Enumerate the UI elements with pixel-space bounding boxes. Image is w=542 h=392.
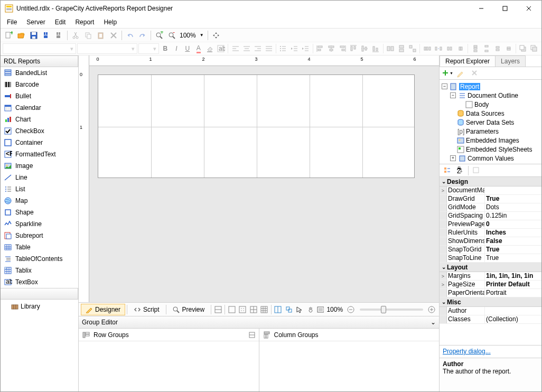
property-dialog-link[interactable]: Property dialog... (443, 348, 491, 355)
maximize-button[interactable] (493, 1, 517, 16)
prop-row-snaptoline[interactable]: SnapToLineTrue (440, 254, 541, 263)
preview-tab[interactable]: Preview (167, 304, 209, 315)
toolbox-item-subreport[interactable]: Subreport (1, 230, 78, 241)
prop-category[interactable]: ⌄Layout (440, 263, 541, 272)
tree-node-report[interactable]: −Report (442, 82, 539, 91)
prop-row-snaptogrid[interactable]: SnapToGridTrue (440, 246, 541, 254)
toolbox-item-tableofcontents[interactable]: TableOfContents (1, 253, 78, 265)
bold-button[interactable]: B (160, 43, 170, 54)
prop-row-gridmode[interactable]: GridModeDots (440, 203, 541, 212)
dimensions-button[interactable] (213, 304, 223, 315)
pan-mode-button[interactable] (305, 304, 315, 315)
toolbox-item-tablix[interactable]: Tablix (1, 265, 78, 276)
toolbox-item-map[interactable]: Map (1, 195, 78, 207)
inc-h-button[interactable] (433, 43, 443, 54)
paste-button[interactable] (95, 30, 107, 41)
align-bottoms-button[interactable] (371, 43, 381, 54)
open-button[interactable] (15, 30, 27, 41)
underline-button[interactable]: U (182, 43, 192, 54)
prop-row-pagesize[interactable]: >PageSizePrinter Default (440, 281, 541, 289)
align-justify-button[interactable] (264, 43, 274, 54)
prop-row-rulerunits[interactable]: RulerUnitsInches (440, 229, 541, 237)
prop-row-paperorientation[interactable]: PaperOrientationPortrait (440, 289, 541, 297)
tree-node-body[interactable]: Body (442, 100, 539, 109)
grid-dense-button[interactable] (259, 304, 269, 315)
dec-h-button[interactable] (444, 43, 454, 54)
categorized-button[interactable] (442, 165, 453, 176)
same-size-button[interactable] (407, 43, 417, 54)
menu-help[interactable]: Help (104, 18, 117, 26)
italic-button[interactable]: I (171, 43, 181, 54)
alphabetical-button[interactable]: AZ (454, 165, 466, 176)
send-back-button[interactable] (529, 43, 539, 54)
space-v-button[interactable] (470, 43, 480, 54)
edit-item-button[interactable] (455, 68, 467, 79)
prop-row-previewpages[interactable]: PreviewPages0 (440, 220, 541, 229)
toolbox-item-bandedlist[interactable]: BandedList (1, 67, 78, 79)
align-middles-button[interactable] (360, 43, 370, 54)
prop-row-author[interactable]: Author (440, 307, 541, 315)
toolbox-item-textbox[interactable]: abTextBox (1, 276, 78, 288)
zoom-slider[interactable] (360, 309, 423, 311)
toolbox-item-image[interactable]: Image (1, 160, 78, 172)
cut-button[interactable] (70, 30, 81, 41)
style-combo[interactable]: ▾ (3, 43, 76, 54)
tree-node-datasources[interactable]: Data Sources (442, 109, 539, 118)
fill-color-button[interactable] (204, 43, 214, 54)
dec-v-button[interactable] (492, 43, 502, 54)
align-right-button[interactable] (253, 43, 263, 54)
zoom-in-small-button[interactable] (427, 304, 437, 315)
charmap-button[interactable]: ab (216, 43, 226, 54)
zoom-value[interactable]: 100% (179, 32, 197, 39)
script-tab[interactable]: Script (129, 304, 164, 315)
report-explorer-tab[interactable]: Report Explorer (440, 55, 496, 67)
prop-category[interactable]: ⌄Design (440, 177, 541, 186)
rem-h-button[interactable] (455, 43, 465, 54)
toolbox-item-sparkline[interactable]: Sparkline (1, 218, 78, 230)
design-surface[interactable] (89, 66, 439, 302)
toolbox-item-formattedtext[interactable]: <F>FormattedText (1, 148, 78, 160)
align-tops-button[interactable] (349, 43, 359, 54)
grid-none-button[interactable] (227, 304, 237, 315)
menu-report[interactable]: Report (75, 18, 94, 26)
toolbox-item-bullet[interactable]: Bullet (1, 90, 78, 102)
toolbox-item-checkbox[interactable]: CheckBox (1, 125, 78, 137)
delete-item-button[interactable] (469, 68, 481, 79)
tree-node-serverdatasets[interactable]: Server Data Sets (442, 118, 539, 127)
toolbox-item-calendar[interactable]: Calendar (1, 102, 78, 114)
designer-tab[interactable]: Designer (81, 304, 125, 315)
same-height-button[interactable] (396, 43, 406, 54)
zoom-dropdown-icon[interactable]: ▼ (198, 33, 205, 38)
add-item-button[interactable]: ▼ (442, 68, 453, 79)
align-left-button[interactable] (230, 43, 240, 54)
prop-row-margins[interactable]: >Margins1in, 1in, 1in, 1in (440, 272, 541, 281)
toolbox-item-table[interactable]: Table (1, 241, 78, 253)
prop-row-showdimensions[interactable]: ShowDimensionsFalse (440, 237, 541, 246)
toolbox-item-container[interactable]: Container (1, 137, 78, 148)
zoom-out-small-button[interactable] (345, 304, 356, 315)
menu-edit[interactable]: Edit (55, 18, 66, 26)
prop-row-documentmap[interactable]: >DocumentMap (440, 186, 541, 195)
pan-button[interactable] (210, 30, 222, 41)
tree-node-parameters[interactable]: [p]Parameters (442, 127, 539, 136)
prop-category[interactable]: ⌄Misc (440, 297, 541, 307)
rem-v-button[interactable] (503, 43, 513, 54)
select-mode-button[interactable] (295, 304, 305, 315)
space-h-button[interactable] (422, 43, 432, 54)
close-button[interactable] (517, 1, 540, 16)
toolbox-item-shape[interactable]: Shape (1, 207, 78, 218)
toolbox-item-list[interactable]: List (1, 183, 78, 195)
bring-front-button[interactable] (518, 43, 528, 54)
row-groups-toggle-icon[interactable] (248, 331, 256, 339)
prop-row-drawgrid[interactable]: DrawGridTrue (440, 195, 541, 203)
zoom-fit-icon[interactable] (316, 305, 324, 314)
tree-node-images[interactable]: Embedded Images (442, 136, 539, 145)
prop-row-classes[interactable]: Classes(Collection) (440, 315, 541, 324)
bullets-button[interactable] (278, 43, 288, 54)
layers-tab[interactable]: Layers (495, 55, 526, 67)
tree-node-outline[interactable]: −Document Outline (442, 91, 539, 100)
font-color-button[interactable]: A (193, 43, 203, 54)
report-page[interactable] (98, 74, 415, 178)
tree-node-common[interactable]: +Common Values (442, 154, 539, 163)
toolbox-item-line[interactable]: Line (1, 172, 78, 183)
